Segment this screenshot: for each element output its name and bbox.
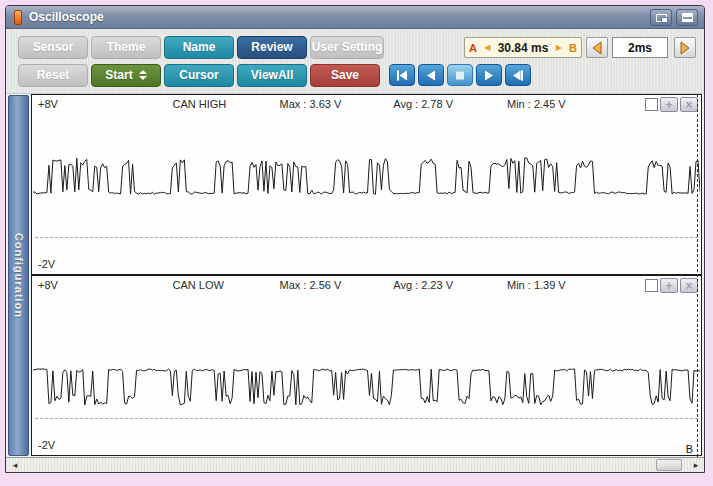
user-setting-button[interactable]: User Setting — [310, 36, 384, 59]
horizontal-scrollbar[interactable]: ◂ ▸ — [6, 457, 704, 472]
scroll-right-icon: ▸ — [694, 460, 699, 470]
toolbar-row-2: Reset Start Cursor ViewAll Save — [18, 63, 704, 87]
save-button[interactable]: Save — [310, 64, 380, 87]
cascade-window-button[interactable] — [650, 9, 672, 26]
oscilloscope-device-icon — [14, 10, 22, 25]
play-button[interactable] — [476, 64, 502, 86]
cursor-b-right-icon: ▶ — [556, 43, 562, 52]
cursor-button[interactable]: Cursor — [164, 64, 234, 87]
ab-time-value: 30.84 ms — [498, 41, 549, 55]
toolbar-row-1: Sensor Theme Name Review User Setting A … — [18, 35, 704, 59]
split-horizontal-icon — [682, 13, 693, 22]
theme-button[interactable]: Theme — [91, 36, 161, 59]
zero-reference-line — [35, 418, 698, 419]
start-button[interactable]: Start — [91, 64, 161, 87]
cursor-a-left-icon: ◀ — [484, 43, 490, 52]
sensor-button[interactable]: Sensor — [18, 36, 88, 59]
bottom-voltage-label: -2V — [38, 439, 55, 451]
cursor-a-label: A — [469, 42, 477, 54]
ab-cursor-display[interactable]: A ◀ 30.84 ms ▶ B — [464, 37, 582, 58]
skip-to-end-icon — [512, 70, 524, 81]
step-back-icon — [425, 70, 437, 81]
timebase-increase-button[interactable] — [674, 37, 696, 58]
step-back-button[interactable] — [418, 64, 444, 86]
stop-icon — [454, 70, 466, 81]
name-button[interactable]: Name — [164, 36, 234, 59]
scrollbar-thumb[interactable] — [656, 459, 682, 471]
main-area: Configuration +8V CAN HIGH Max : 3.63 V … — [6, 94, 704, 457]
cursor-b-label: B — [569, 42, 577, 54]
channel-panel-can-high: +8V CAN HIGH Max : 3.63 V Avg : 2.78 V M… — [31, 94, 702, 275]
scroll-left-button[interactable]: ◂ — [8, 458, 22, 472]
toolbar: Sensor Theme Name Review User Setting A … — [6, 29, 704, 94]
window-title: Oscilloscope — [29, 10, 104, 24]
timebase-decrease-button[interactable] — [586, 37, 608, 58]
stop-button[interactable] — [447, 64, 473, 86]
skip-to-start-button[interactable] — [389, 64, 415, 86]
play-icon — [483, 70, 495, 81]
configuration-label: Configuration — [13, 233, 25, 318]
b-cursor-marker-label: B — [686, 443, 693, 455]
skip-to-start-icon — [396, 70, 408, 81]
titlebar[interactable]: Oscilloscope — [6, 6, 704, 29]
cascade-window-icon — [656, 14, 667, 22]
channel-panel-can-low: +8V CAN LOW Max : 2.56 V Avg : 2.23 V Mi… — [31, 275, 702, 456]
bottom-voltage-label: -2V — [38, 258, 55, 270]
start-spinner-icon — [139, 70, 147, 80]
window-controls — [650, 9, 698, 26]
scroll-right-button[interactable]: ▸ — [689, 458, 703, 472]
playback-controls — [389, 64, 531, 86]
review-button[interactable]: Review — [237, 36, 307, 59]
scroll-left-icon: ◂ — [13, 460, 18, 470]
reset-button[interactable]: Reset — [18, 64, 88, 87]
b-cursor-line[interactable] — [697, 94, 698, 457]
split-horizontal-button[interactable] — [676, 9, 698, 26]
zero-reference-line — [35, 237, 698, 238]
oscilloscope-window: Oscilloscope Sensor Theme Name Review Us… — [5, 5, 705, 473]
configuration-sidebar-tab[interactable]: Configuration — [8, 95, 29, 456]
start-button-label: Start — [105, 68, 132, 82]
left-arrow-icon — [591, 41, 603, 55]
timebase-field[interactable]: 2ms — [612, 37, 668, 58]
waveform-panels: +8V CAN HIGH Max : 3.63 V Avg : 2.78 V M… — [31, 94, 702, 457]
viewall-button[interactable]: ViewAll — [237, 64, 307, 87]
right-arrow-icon — [679, 41, 691, 55]
skip-to-end-button[interactable] — [505, 64, 531, 86]
